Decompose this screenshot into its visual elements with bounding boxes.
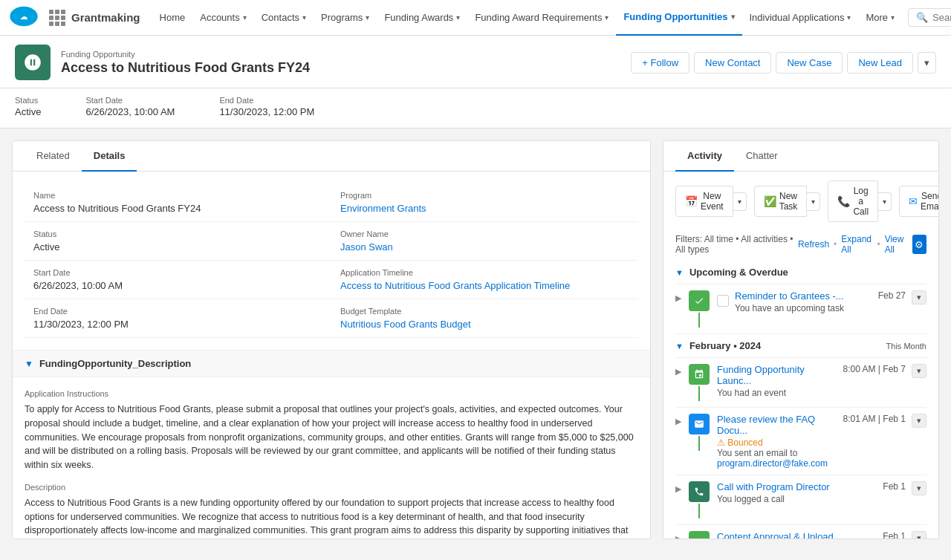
salesforce-logo[interactable]: ☁ — [9, 6, 39, 29]
expand-icon[interactable]: ▶ — [675, 290, 681, 303]
task-checkbox[interactable] — [717, 295, 729, 307]
activity-item-dropdown[interactable]: ▾ — [912, 290, 926, 305]
expand-icon[interactable]: ▶ — [675, 414, 681, 426]
activity-title[interactable]: Call with Program Director — [717, 481, 877, 492]
nav-home[interactable]: Home — [152, 0, 193, 36]
expand-icon[interactable]: ▶ — [675, 531, 681, 539]
activity-settings-button[interactable]: ⚙ — [912, 235, 926, 254]
chevron-down-icon: ▾ — [456, 13, 460, 22]
filters-text: Filters: All time • All activities • All… — [675, 234, 798, 255]
new-task-dropdown[interactable]: ▾ — [807, 192, 820, 211]
detail-tab-bar: Related Details — [13, 141, 650, 172]
email-link[interactable]: program.director@fake.com — [717, 458, 828, 469]
activity-item-dropdown[interactable]: ▾ — [912, 364, 926, 378]
activity-title[interactable]: Content Approval & Upload ... — [717, 531, 877, 539]
field-row-name-program: Name Access to Nutritious Food Grants FY… — [25, 183, 638, 222]
refresh-link[interactable]: Refresh — [798, 239, 829, 250]
log-call-dropdown[interactable]: ▾ — [878, 192, 892, 211]
activity-tab-bar: Activity Chatter — [663, 141, 938, 172]
expand-icon[interactable]: ▶ — [675, 481, 681, 494]
nav-more[interactable]: More▾ — [858, 0, 902, 36]
follow-button[interactable]: + Follow — [631, 52, 689, 74]
field-app-timeline-value[interactable]: Access to Nutritious Food Grants Applica… — [340, 280, 629, 291]
svg-text:☁: ☁ — [20, 13, 27, 21]
task2-activity-icon — [689, 531, 710, 539]
search-input[interactable] — [932, 12, 951, 23]
nav-contacts[interactable]: Contacts▾ — [254, 0, 314, 36]
expand-icon[interactable]: ▶ — [675, 364, 681, 377]
new-contact-button[interactable]: New Contact — [694, 52, 771, 74]
task-activity-icon — [689, 290, 710, 311]
record-header: Funding Opportunity Access to Nutritious… — [0, 36, 951, 88]
field-row-enddate-budget: End Date 11/30/2023, 12:00 PM ✎ Budget T… — [25, 299, 638, 338]
nav-items: Home Accounts▾ Contacts▾ Programs▾ Fundi… — [152, 0, 903, 36]
chevron-down-icon: ▾ — [243, 13, 247, 22]
field-owner-name-value[interactable]: Jason Swan — [340, 241, 629, 253]
feb-section-header: ▼ February • 2024 This Month — [675, 334, 926, 358]
field-end-date-label: End Date — [33, 307, 322, 316]
activity-item-dropdown[interactable]: ▾ — [912, 414, 926, 428]
feb-section-label: February • 2024 — [689, 340, 761, 351]
activity-content: ▼ Upcoming & Overdue ▶ Reminder to Grant… — [663, 261, 938, 539]
field-start-date: Start Date 6/26/2023, 10:00 AM ✎ — [25, 261, 331, 299]
field-owner-name-label: Owner Name — [340, 229, 629, 238]
new-case-button[interactable]: New Case — [776, 52, 843, 74]
activity-title[interactable]: Please review the FAQ Docu... — [717, 414, 837, 436]
activity-title[interactable]: Reminder to Grantees -... — [735, 290, 872, 302]
expand-all-link[interactable]: Expand All — [841, 234, 872, 255]
activity-item-dropdown[interactable]: ▾ — [912, 531, 926, 539]
field-start-date-value: 6/26/2023, 10:00 AM — [33, 280, 322, 291]
field-status-value: Active — [33, 241, 322, 253]
log-call-button[interactable]: 📞 Log a Call — [828, 180, 878, 222]
field-name-label: Name — [33, 191, 322, 200]
tab-details[interactable]: Details — [82, 141, 137, 172]
activity-item-launch: ▶ Funding Opportunity Launc... You had a… — [675, 358, 926, 408]
app-instructions-label: Application Instructions — [25, 389, 638, 398]
description-section-header[interactable]: ▼ FundingOpportunity_Description — [13, 350, 650, 377]
new-lead-button[interactable]: New Lead — [847, 52, 913, 74]
nav-funding-award-requirements[interactable]: Funding Award Requirements▾ — [467, 0, 616, 36]
tab-related[interactable]: Related — [25, 141, 82, 172]
chevron-down-icon: ▾ — [847, 13, 851, 22]
new-task-button[interactable]: ✅ New Task — [754, 186, 808, 217]
feb-toggle-icon[interactable]: ▼ — [675, 342, 684, 351]
activity-item-content-approval: ▶ Content Approval & Upload ... You had … — [675, 525, 926, 539]
field-program-label: Program — [340, 191, 629, 200]
tab-chatter[interactable]: Chatter — [734, 141, 790, 172]
field-budget-template-label: Budget Template — [340, 307, 629, 316]
details-fields: Name Access to Nutritious Food Grants FY… — [13, 172, 650, 350]
field-budget-template-value[interactable]: Nutritious Food Grants Budget — [340, 319, 629, 330]
timeline-line — [698, 313, 700, 328]
upcoming-section-header[interactable]: ▼ Upcoming & Overdue — [675, 261, 926, 284]
view-all-link[interactable]: View All — [885, 234, 908, 255]
nav-programs[interactable]: Programs▾ — [314, 0, 377, 36]
actions-dropdown-button[interactable]: ▾ — [918, 52, 936, 74]
activity-body: Content Approval & Upload ... You had a … — [717, 531, 877, 539]
activity-title[interactable]: Funding Opportunity Launc... — [717, 364, 837, 386]
activity-item-dropdown[interactable]: ▾ — [912, 481, 926, 495]
activity-item-faq: ▶ Please review the FAQ Docu... ⚠ Bounce… — [675, 408, 926, 475]
field-owner-name: Owner Name Jason Swan 👤 — [331, 222, 638, 260]
field-program-value[interactable]: Environment Grants — [340, 203, 629, 214]
new-event-group: 📅 New Event ▾ — [675, 186, 747, 217]
nav-funding-opportunities[interactable]: Funding Opportunities▾ — [616, 0, 741, 36]
send-email-button[interactable]: ✉ Send Email — [899, 186, 939, 217]
right-panel: Activity Chatter 📅 New Event ▾ ✅ New Tas… — [663, 140, 939, 539]
record-title: Access to Nutritious Food Grants FY24 — [61, 60, 310, 76]
field-name: Name Access to Nutritious Food Grants FY… — [25, 183, 331, 221]
new-event-dropdown[interactable]: ▾ — [733, 192, 747, 211]
nav-individual-applications[interactable]: Individual Applications▾ — [742, 0, 859, 36]
apps-grid-button[interactable] — [49, 7, 65, 28]
nav-funding-awards[interactable]: Funding Awards▾ — [377, 0, 467, 36]
main-content: Related Details Name Access to Nutritiou… — [0, 128, 951, 551]
event-activity-icon — [689, 364, 710, 385]
new-event-button[interactable]: 📅 New Event — [675, 186, 733, 217]
phone-icon: 📞 — [837, 195, 850, 207]
activity-body: Reminder to Grantees -... You have an up… — [735, 290, 872, 313]
nav-accounts[interactable]: Accounts▾ — [192, 0, 253, 36]
upcoming-toggle-icon: ▼ — [675, 268, 684, 277]
chevron-down-icon: ▾ — [891, 13, 895, 22]
record-meta: Status Active Start Date 6/26/2023, 10:0… — [0, 88, 951, 128]
description-text: Access to Nutritious Food Grants is a ne… — [25, 496, 638, 539]
tab-activity[interactable]: Activity — [675, 141, 734, 172]
